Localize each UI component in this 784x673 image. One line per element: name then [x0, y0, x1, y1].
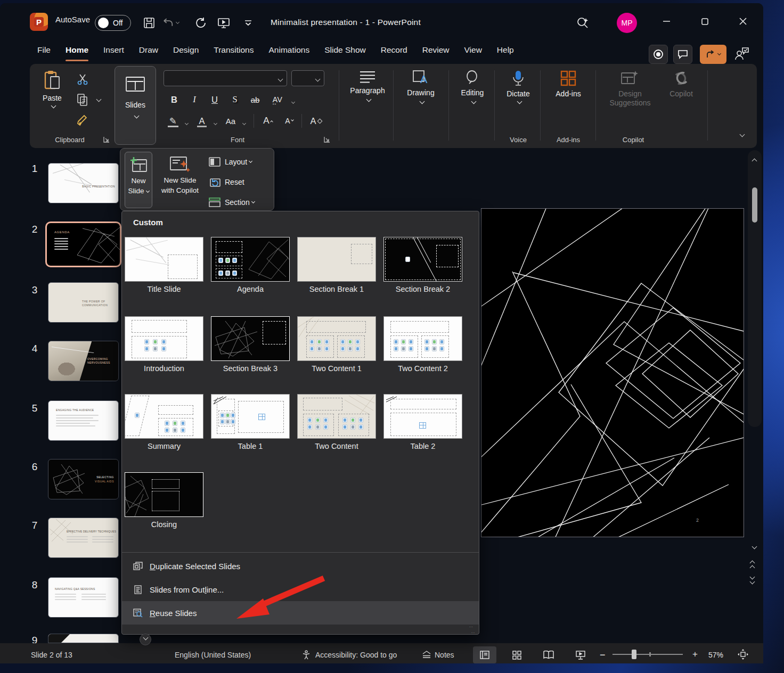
slide-6-thumbnail[interactable]: SELECTING VISUAL AIDS	[48, 459, 119, 499]
slide-2-thumbnail-selected[interactable]: AGENDA	[45, 221, 121, 267]
layout-card-section-break-3[interactable]: Section Break 3	[211, 316, 290, 373]
case-chevron[interactable]	[241, 118, 246, 128]
highlight-pen-button[interactable]: ✎	[164, 113, 182, 129]
tab-help[interactable]: Help	[489, 37, 521, 64]
tab-record[interactable]: Record	[373, 37, 415, 64]
reset-menu-item[interactable]: Reset	[209, 174, 271, 190]
paragraph-button[interactable]: Paragraph	[347, 70, 388, 102]
change-case-button[interactable]: Aa	[222, 113, 240, 129]
record-button[interactable]	[649, 45, 668, 64]
new-slide-with-copilot-button[interactable]: New Slide with Copilot	[156, 152, 205, 208]
font-name-combo[interactable]	[164, 70, 287, 86]
powerpoint-logo-icon[interactable]: P	[30, 13, 48, 31]
scrollbar-thumb[interactable]	[752, 187, 757, 223]
copilot-button[interactable]: Copilot	[664, 70, 699, 99]
zoom-in-button[interactable]: +	[692, 649, 698, 660]
zoom-out-button[interactable]: −	[600, 650, 606, 661]
share-button[interactable]	[700, 45, 726, 64]
slide-canvas[interactable]: 2	[481, 208, 744, 537]
slide-7-thumbnail[interactable]: EFFECTIVE DELIVERY TECHNIQUES	[48, 518, 119, 558]
editing-button[interactable]: Editing	[455, 70, 490, 104]
notes-button[interactable]: Notes	[422, 651, 454, 659]
layout-card-table-1[interactable]: Table 1	[211, 394, 290, 450]
avatar[interactable]: MP	[617, 13, 637, 33]
layout-card-summary[interactable]: Summary	[125, 394, 203, 450]
slide-sorter-view-button[interactable]	[505, 646, 528, 663]
collapse-ribbon-button[interactable]	[738, 130, 744, 139]
fit-slide-to-window-button[interactable]	[737, 649, 749, 660]
slide-8-thumbnail[interactable]: NAVIGATING Q&A SESSIONS	[48, 577, 119, 618]
reuse-slides-item[interactable]: Reuse Slides	[122, 601, 479, 625]
layout-card-section-break-1[interactable]: Section Break 1	[297, 237, 376, 293]
layout-card-table-2[interactable]: Table 2	[383, 394, 462, 450]
format-painter-button[interactable]	[77, 114, 91, 127]
slide-panel-scroll-down-button[interactable]	[140, 634, 151, 645]
redo-button[interactable]	[193, 15, 210, 31]
reading-view-button[interactable]	[537, 646, 560, 663]
tab-home[interactable]: Home	[58, 37, 96, 64]
tab-design[interactable]: Design	[166, 37, 206, 64]
slide-4-thumbnail[interactable]: OVERCOMING NERVOUSNESS	[48, 341, 119, 381]
section-menu-item[interactable]: Section	[209, 194, 271, 210]
underline-button[interactable]: U	[206, 92, 224, 108]
layout-card-title-slide[interactable]: Title Slide	[125, 237, 203, 293]
design-suggestions-button[interactable]: Design Suggestions	[602, 70, 658, 108]
language-indicator[interactable]: English (United States)	[175, 651, 251, 659]
flyout-resize-grip[interactable]: ∙∙ ∙∙	[469, 623, 475, 635]
new-slide-button[interactable]: New Slide	[125, 152, 152, 208]
scroll-up-button[interactable]	[750, 154, 756, 164]
slide-5-thumbnail[interactable]: ENGAGING THE AUDIENCE	[48, 400, 119, 441]
layout-card-agenda[interactable]: Agenda	[211, 237, 290, 293]
cut-button[interactable]	[77, 73, 88, 85]
accessibility-status[interactable]: Accessibility: Good to go	[301, 650, 397, 660]
duplicate-selected-slides-item[interactable]: Duplicate Selected Slides	[122, 554, 479, 578]
layout-card-section-break-2[interactable]: Section Break 2	[383, 237, 462, 293]
maximize-button[interactable]	[692, 12, 717, 31]
text-shadow-button[interactable]: S	[226, 92, 244, 108]
tab-draw[interactable]: Draw	[132, 37, 166, 64]
autosave-toggle[interactable]: Off	[95, 15, 131, 31]
slide-3-thumbnail[interactable]: THE POWER OF COMMUNICATION	[48, 282, 119, 323]
tab-transitions[interactable]: Transitions	[206, 37, 261, 64]
clipboard-dialog-launcher[interactable]	[103, 136, 111, 144]
presenter-coach-button[interactable]	[734, 47, 750, 61]
start-slideshow-button[interactable]	[215, 15, 232, 31]
comments-button[interactable]	[673, 45, 692, 64]
font-size-combo[interactable]	[291, 70, 324, 86]
copy-dropdown-chevron[interactable]	[95, 95, 101, 104]
tab-insert[interactable]: Insert	[96, 37, 132, 64]
zoom-percentage[interactable]: 57%	[708, 651, 723, 659]
slide-1-thumbnail[interactable]: BASIC PRESENTATION	[48, 163, 119, 203]
layout-card-two-content-2[interactable]: Two Content 2	[383, 316, 462, 373]
paste-button[interactable]: Paste	[38, 70, 66, 109]
strikethrough-button[interactable]: ab	[246, 92, 264, 108]
drawing-button[interactable]: A Drawing	[399, 70, 442, 104]
font-color-chevron[interactable]	[212, 118, 217, 128]
copilot-search-button[interactable]	[574, 15, 591, 31]
zoom-slider-thumb[interactable]	[632, 650, 636, 659]
close-button[interactable]	[731, 12, 755, 31]
italic-button[interactable]: I	[185, 92, 203, 108]
layout-menu-item[interactable]: Layout	[209, 154, 271, 170]
tab-review[interactable]: Review	[415, 37, 457, 64]
addins-button[interactable]: Add-ins	[546, 70, 590, 99]
character-spacing-button[interactable]: AV↔	[268, 92, 287, 108]
slide-counter[interactable]: Slide 2 of 13	[31, 651, 72, 659]
decrease-font-button[interactable]: A	[280, 113, 298, 129]
spacing-dropdown-chevron[interactable]	[290, 97, 295, 106]
clear-formatting-button[interactable]: A	[307, 113, 325, 129]
slides-menu-button[interactable]: Slides	[115, 66, 156, 145]
normal-view-button[interactable]	[473, 646, 496, 663]
next-slide-button[interactable]	[750, 576, 754, 585]
increase-font-button[interactable]: A	[259, 113, 277, 129]
previous-slide-button[interactable]	[750, 560, 754, 569]
font-dialog-launcher[interactable]	[324, 136, 331, 144]
zoom-slider-track[interactable]	[612, 654, 683, 655]
tab-slide-show[interactable]: Slide Show	[317, 37, 373, 64]
copy-button[interactable]	[77, 94, 88, 106]
scroll-down-button[interactable]	[750, 542, 756, 552]
save-button[interactable]	[141, 15, 158, 31]
slides-from-outline-item[interactable]: Slides from Outline...	[122, 578, 479, 601]
minimize-button[interactable]	[654, 12, 679, 31]
tab-view[interactable]: View	[457, 37, 489, 64]
